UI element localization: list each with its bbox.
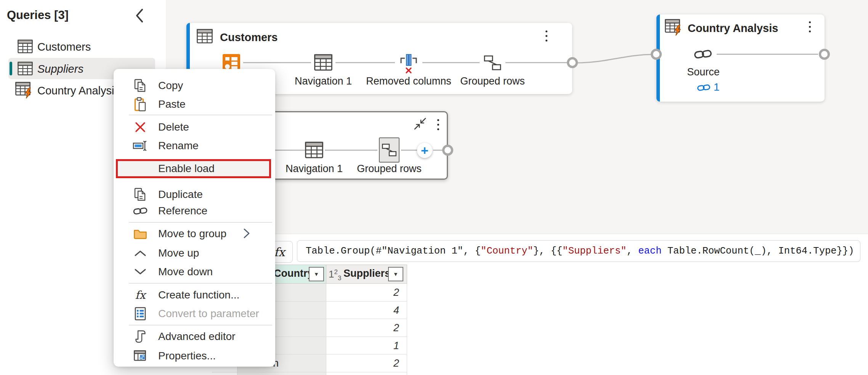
submenu-chevron-icon <box>242 228 251 241</box>
selection-accent-bar <box>10 62 12 75</box>
row-number-cell <box>212 372 237 375</box>
menu-item-move-down[interactable]: Move down <box>114 262 275 281</box>
add-step-button[interactable]: + <box>417 143 432 158</box>
duplicate-icon <box>132 188 149 201</box>
grouped-rows-step-selected[interactable] <box>379 137 400 163</box>
removed-columns-step-icon[interactable] <box>398 52 419 76</box>
menu-item-convert-to-parameter: Convert to parameter <box>114 304 275 323</box>
formula-text: Table.Group(#"Navigation 1", {"Country"}… <box>306 246 854 257</box>
folder-icon <box>132 228 149 239</box>
menu-item-advanced-editor[interactable]: Advanced editor <box>114 327 275 346</box>
output-port[interactable] <box>567 57 578 68</box>
step-connector <box>422 62 480 63</box>
chevron-up-icon <box>132 250 149 257</box>
menu-item-label: Move up <box>158 247 199 259</box>
menu-item-label: Move down <box>158 266 213 278</box>
menu-item-enable-load-highlighted[interactable]: Enable load <box>116 159 271 178</box>
menu-item-label: Copy <box>158 80 183 92</box>
cell-value: 1 <box>393 340 399 352</box>
card-title: Country Analysis <box>688 22 778 35</box>
query-context-menu: Copy Paste Delete Rename Enable load Dup… <box>114 69 275 367</box>
collapse-card-icon[interactable] <box>413 116 427 132</box>
cell-suppliers[interactable]: 2 <box>326 354 407 372</box>
menu-item-copy[interactable]: Copy <box>114 76 275 95</box>
reference-step-icon[interactable] <box>694 48 712 61</box>
navigation-step-icon[interactable] <box>314 54 332 72</box>
query-card-country-analysis[interactable]: Country Analysis <box>656 14 825 102</box>
menu-item-label: Move to group <box>158 228 226 240</box>
menu-item-delete[interactable]: Delete <box>114 118 275 136</box>
menu-divider <box>129 222 272 223</box>
menu-item-properties[interactable]: Properties... <box>114 346 275 365</box>
table-icon <box>197 29 213 45</box>
step-connector <box>325 150 377 151</box>
table-icon <box>18 40 33 55</box>
menu-item-label: Paste <box>158 98 186 110</box>
menu-item-label: Enable load <box>158 163 215 175</box>
properties-icon <box>132 350 149 362</box>
card-title: Customers <box>220 31 278 44</box>
cell-country[interactable] <box>237 372 326 375</box>
cell-value: 2 <box>393 322 399 334</box>
step-label[interactable]: Navigation 1 <box>295 75 352 87</box>
input-port[interactable] <box>651 49 662 60</box>
menu-item-reference[interactable]: Reference <box>114 201 275 220</box>
dropdown-arrow-icon: ▼ <box>393 271 398 277</box>
queries-pane-title: Queries [3] <box>7 8 69 22</box>
menu-item-label: Properties... <box>158 350 216 362</box>
cell-suppliers[interactable]: 1 <box>326 337 407 354</box>
step-label[interactable]: Source <box>687 66 720 78</box>
whole-number-type-icon[interactable]: 123 <box>329 268 341 282</box>
copy-icon <box>132 79 149 93</box>
scroll-icon <box>132 330 149 343</box>
menu-item-rename[interactable]: Rename <box>114 136 275 155</box>
formula-input[interactable]: Table.Group(#"Navigation 1", {"Country"}… <box>297 240 860 262</box>
output-port[interactable] <box>819 49 830 60</box>
step-connector <box>717 54 818 55</box>
sidebar-item-customers[interactable]: Customers <box>8 38 155 56</box>
menu-item-duplicate[interactable]: Duplicate <box>114 185 275 204</box>
column-name-suppliers[interactable]: Suppliers <box>343 268 390 279</box>
filter-dropdown-country[interactable]: ▼ <box>309 267 324 281</box>
card-menu-kebab-icon[interactable] <box>545 30 548 41</box>
menu-item-label: Convert to parameter <box>158 308 259 320</box>
reference-count[interactable]: 1 <box>714 81 720 93</box>
step-connector <box>335 62 395 63</box>
cell-value: 2 <box>393 287 399 298</box>
parameter-icon <box>132 307 149 321</box>
menu-item-label: Duplicate <box>158 188 203 201</box>
menu-item-create-function[interactable]: fx Create function... <box>114 286 275 304</box>
chevron-down-icon <box>132 268 149 275</box>
output-port[interactable] <box>442 145 453 156</box>
column-name-country[interactable]: Country <box>274 268 313 279</box>
sidebar-item-label: Suppliers <box>37 63 83 75</box>
cell-suppliers[interactable] <box>326 372 407 375</box>
collapse-pane-icon[interactable] <box>134 8 146 25</box>
step-label[interactable]: Grouped rows <box>460 75 525 87</box>
step-label[interactable]: Removed columns <box>366 75 451 87</box>
navigation-step-icon[interactable] <box>305 142 323 160</box>
cell-suppliers[interactable]: 4 <box>326 302 407 319</box>
computed-table-icon <box>15 81 34 101</box>
menu-item-paste[interactable]: Paste <box>114 95 275 113</box>
cell-value: 2 <box>393 357 399 369</box>
filter-dropdown-suppliers[interactable]: ▼ <box>388 267 403 281</box>
menu-item-move-up[interactable]: Move up <box>114 244 275 262</box>
menu-divider <box>129 283 272 284</box>
card-menu-kebab-icon[interactable] <box>808 21 811 32</box>
grouped-rows-step-icon[interactable] <box>483 55 502 72</box>
cell-suppliers[interactable]: 2 <box>326 284 407 302</box>
menu-item-label: Reference <box>158 205 207 217</box>
reference-count-icon[interactable] <box>697 83 711 93</box>
delete-icon <box>132 121 149 133</box>
step-label[interactable]: Grouped rows <box>357 163 422 175</box>
menu-item-move-to-group[interactable]: Move to group <box>114 224 275 243</box>
step-label[interactable]: Navigation 1 <box>286 163 343 175</box>
sidebar-item-label: Country Analysis <box>37 85 120 97</box>
card-menu-kebab-icon[interactable] <box>436 119 440 130</box>
menu-divider <box>129 115 272 115</box>
link-icon <box>132 206 149 215</box>
step-connector <box>243 62 311 63</box>
cell-suppliers[interactable]: 2 <box>326 319 407 337</box>
menu-item-label: Rename <box>158 140 199 152</box>
